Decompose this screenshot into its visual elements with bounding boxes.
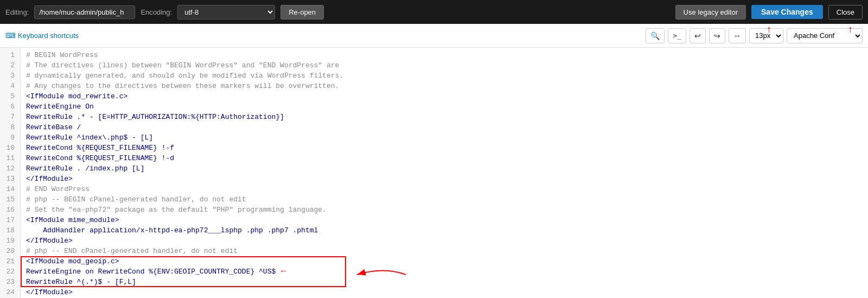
line-number: 6 — [4, 102, 15, 112]
wrap-button[interactable]: ↔ — [729, 28, 746, 43]
line-number: 2 — [4, 60, 15, 71]
editing-label: Editing: — [5, 8, 29, 16]
reopen-button[interactable]: Re-open — [280, 5, 324, 20]
code-line: RewriteRule .* - [E=HTTP_AUTHORIZATION:%… — [26, 112, 868, 122]
line-number: 24 — [4, 287, 15, 297]
redo-button[interactable]: ↪ — [709, 28, 725, 43]
code-line: RewriteRule ^(.*)$ - [F,L] — [26, 277, 868, 287]
search-icon: 🔍 — [650, 31, 660, 40]
top-toolbar: Editing: Encoding: utf-8 Re-open Use leg… — [0, 0, 868, 24]
keyboard-shortcuts-link[interactable]: ⌨ Keyboard shortcuts — [5, 31, 79, 40]
line-number: 14 — [4, 184, 15, 194]
keyboard-shortcuts-label: Keyboard shortcuts — [18, 31, 79, 40]
code-line: RewriteRule . /index.php [L] — [26, 163, 868, 174]
line-number: 21 — [4, 256, 15, 267]
line-number: 9 — [4, 132, 15, 143]
line-number: 11 — [4, 153, 15, 163]
code-line: RewriteBase / — [26, 122, 868, 132]
code-line: # php -- END cPanel-generated handler, d… — [26, 246, 868, 256]
code-line: RewriteRule ^index\.php$ - [L] — [26, 132, 868, 143]
code-line: RewriteCond %{REQUEST_FILENAME} !-d — [26, 153, 868, 163]
code-line: <IfModule mod_rewrite.c> — [26, 91, 868, 102]
line-number: 13 — [4, 174, 15, 184]
line-number: 1 — [4, 50, 15, 60]
inline-arrow: ← — [276, 267, 286, 276]
line-number: 15 — [4, 194, 15, 205]
line-number: 12 — [4, 163, 15, 174]
code-line: # BEGIN WordPress — [26, 50, 868, 60]
search-button[interactable]: 🔍 — [646, 28, 665, 43]
fontsize-select[interactable]: 13px 11px 14px 16px — [749, 28, 783, 43]
redo-icon: ↪ — [714, 31, 720, 40]
undo-icon: ↩ — [694, 31, 701, 40]
legacy-editor-button[interactable]: Use legacy editor — [675, 5, 746, 20]
filepath-input[interactable] — [34, 5, 135, 19]
line-number: 17 — [4, 215, 15, 225]
code-line: # dynamically generated, and should only… — [26, 71, 868, 81]
encoding-select[interactable]: utf-8 — [177, 5, 275, 20]
line-number: 5 — [4, 91, 15, 102]
line-number: 10 — [4, 143, 15, 153]
line-number: 19 — [4, 236, 15, 246]
line-number: 23 — [4, 277, 15, 287]
terminal-button[interactable]: >_ — [668, 28, 686, 43]
code-line: # END WordPress — [26, 184, 868, 194]
close-button[interactable]: Close — [828, 5, 863, 20]
keyboard-icon: ⌨ — [5, 31, 16, 40]
line-number: 18 — [4, 225, 15, 236]
code-line: RewriteEngine On — [26, 102, 868, 112]
code-line: <IfModule mod_geoip.c> — [26, 256, 868, 267]
second-toolbar: ⌨ Keyboard shortcuts 🔍 >_ ↩ ↪ ↔ 13px 11p… — [0, 24, 868, 48]
code-line: # Any changes to the directives between … — [26, 81, 868, 91]
line-number: 7 — [4, 112, 15, 122]
save-changes-button[interactable]: Save Changes — [751, 5, 823, 19]
language-select[interactable]: Apache Conf Plain Text PHP JavaScript CS… — [787, 28, 863, 43]
line-number: 16 — [4, 205, 15, 215]
undo-button[interactable]: ↩ — [690, 28, 706, 43]
code-line: AddHandler application/x-httpd-ea-php72_… — [26, 225, 868, 236]
line-number: 8 — [4, 122, 15, 132]
code-line: <IfModule mime_module> — [26, 215, 868, 225]
terminal-icon: >_ — [673, 31, 681, 40]
code-line: # The directives (lines) between "BEGIN … — [26, 60, 868, 71]
line-number: 20 — [4, 246, 15, 256]
wrap-icon: ↔ — [733, 31, 741, 40]
line-number: 3 — [4, 71, 15, 81]
editor-area: 1234567891011121314151617181920212223242… — [0, 48, 868, 298]
code-line: </IfModule> — [26, 174, 868, 184]
encoding-label: Encoding: — [141, 8, 172, 16]
code-line: RewriteCond %{REQUEST_FILENAME} !-f — [26, 143, 868, 153]
code-content[interactable]: # BEGIN WordPress# The directives (lines… — [21, 48, 868, 298]
code-line: RewriteEngine on RewriteCond %{ENV:GEOIP… — [26, 267, 868, 277]
code-line: </IfModule> — [26, 236, 868, 246]
code-line: # php -- BEGIN cPanel-generated handler,… — [26, 194, 868, 205]
code-line: </IfModule> — [26, 287, 868, 297]
line-number: 22 — [4, 267, 15, 277]
code-line: # Set the "ea-php72" package as the defa… — [26, 205, 868, 215]
line-number: 4 — [4, 81, 15, 91]
line-numbers: 1234567891011121314151617181920212223242… — [0, 48, 21, 298]
